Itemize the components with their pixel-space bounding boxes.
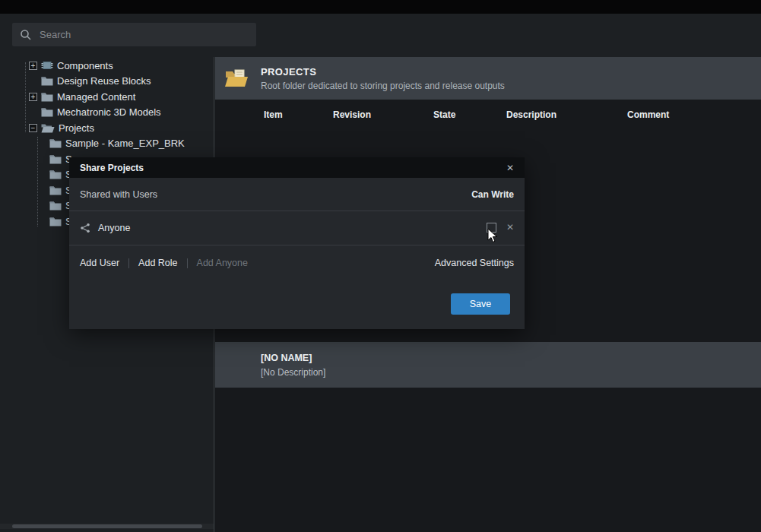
app-window: + Components Design Reuse Blocks + <box>0 0 761 532</box>
mouse-cursor <box>487 228 499 245</box>
row-name: [NO NAME] <box>261 353 761 363</box>
close-icon[interactable]: ✕ <box>506 163 514 173</box>
tree-item-label: Sample - Kame_EXP_BRK <box>65 138 185 149</box>
folder-header: PROJECTS Root folder dedicated to storin… <box>215 57 761 100</box>
component-icon <box>41 60 53 71</box>
dialog-title: Share Projects <box>80 163 144 173</box>
expand-plus-icon[interactable]: + <box>29 93 37 101</box>
share-dialog: Share Projects ✕ Shared with Users Can W… <box>69 157 525 329</box>
top-bar <box>0 0 761 14</box>
folder-title: PROJECTS <box>261 66 505 78</box>
row-description: [No Description] <box>261 367 761 378</box>
tree-item-managed-content[interactable]: + Managed Content <box>0 89 214 105</box>
can-write-label: Can Write <box>471 189 514 200</box>
folder-icon <box>49 154 62 164</box>
column-header-state[interactable]: State <box>433 109 455 120</box>
divider <box>187 258 188 268</box>
column-header-comment[interactable]: Comment <box>627 109 669 120</box>
dialog-actions-row: Add User Add Role Add Anyone Advanced Se… <box>69 245 525 280</box>
tree-item-label: Mechatronic 3D Models <box>57 106 161 118</box>
dialog-titlebar: Share Projects ✕ <box>69 157 525 178</box>
tree-item-mechatronic-3d-models[interactable]: Mechatronic 3D Models <box>0 105 214 121</box>
folder-subtitle: Root folder dedicated to storing project… <box>261 81 505 91</box>
table-header: Item Revision State Description Comment <box>215 100 761 130</box>
folder-icon <box>41 92 53 102</box>
folder-icon <box>49 169 62 179</box>
tree-connector-line <box>25 62 26 132</box>
tree-connector-line <box>37 137 38 226</box>
column-header-revision[interactable]: Revision <box>333 109 371 120</box>
selected-row[interactable]: [NO NAME] [No Description] <box>215 342 761 388</box>
expand-plus-icon[interactable]: + <box>29 62 37 70</box>
remove-entry-icon[interactable]: ✕ <box>506 222 514 233</box>
shared-with-users-label: Shared with Users <box>80 189 157 200</box>
divider <box>128 258 129 268</box>
tree-item-label: Managed Content <box>57 91 135 103</box>
folder-icon <box>49 185 62 195</box>
share-entry-name: Anyone <box>98 223 130 233</box>
column-header-item[interactable]: Item <box>264 109 283 120</box>
open-folder-icon <box>41 123 55 133</box>
share-entry-row: Anyone ✕ <box>69 211 525 245</box>
folder-icon <box>41 76 53 86</box>
folder-icon <box>49 201 62 211</box>
tree-item-sample-kame-exp-brk[interactable]: Sample - Kame_EXP_BRK <box>0 136 214 152</box>
search-input[interactable] <box>40 29 249 40</box>
tree-item-label: Design Reuse Blocks <box>57 75 151 87</box>
tree-item-projects[interactable]: − Projects <box>0 120 214 136</box>
add-anyone-button[interactable]: Add Anyone <box>197 258 248 268</box>
folder-icon <box>49 138 62 148</box>
share-icon <box>80 223 90 233</box>
tree-item-label: Components <box>57 60 113 71</box>
projects-folder-icon <box>224 68 249 89</box>
folder-icon <box>49 217 62 226</box>
add-role-button[interactable]: Add Role <box>138 258 177 268</box>
collapse-minus-icon[interactable]: − <box>29 124 37 132</box>
save-button[interactable]: Save <box>451 293 510 315</box>
tree-item-label: Projects <box>59 122 94 134</box>
column-header-description[interactable]: Description <box>506 109 556 120</box>
folder-icon <box>41 107 53 117</box>
search-bar[interactable] <box>12 23 256 46</box>
advanced-settings-button[interactable]: Advanced Settings <box>435 258 514 268</box>
add-user-button[interactable]: Add User <box>80 258 119 268</box>
horizontal-scrollbar[interactable] <box>0 524 214 529</box>
tree-item-design-reuse-blocks[interactable]: Design Reuse Blocks <box>0 74 214 90</box>
dialog-header-row: Shared with Users Can Write <box>69 178 525 211</box>
tree-item-components[interactable]: + Components <box>0 58 214 74</box>
scrollbar-thumb[interactable] <box>12 524 202 528</box>
search-icon <box>20 29 32 41</box>
